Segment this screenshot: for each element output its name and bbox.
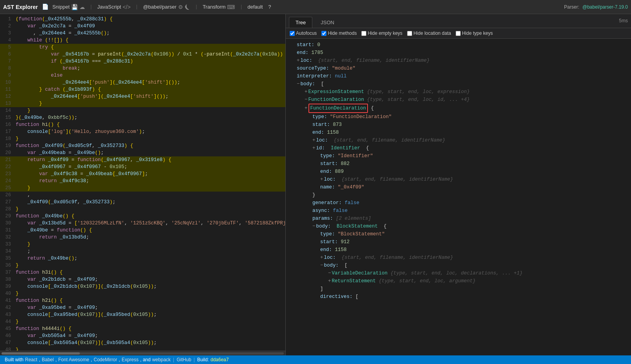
table-row: 15}(_0x49be, 0xbbf5c)); — [0, 114, 285, 121]
expand-funcdecl1-icon[interactable]: − — [305, 96, 308, 104]
list-item: start: 873 — [289, 121, 628, 129]
list-item[interactable]: + ExpressionStatement {type, start, end,… — [289, 88, 628, 96]
language-label: JavaScript — [97, 4, 121, 10]
expand-expr-icon[interactable]: + — [305, 88, 308, 96]
autofocus-label: Autofocus — [296, 30, 317, 36]
autofocus-checkbox[interactable] — [290, 31, 295, 36]
list-item[interactable]: + FunctionDeclaration { — [289, 104, 628, 113]
list-item[interactable]: − body: [ — [289, 262, 628, 269]
parser-version: @babel/parser-7.19.0 — [582, 4, 628, 10]
hide-type-checkbox[interactable] — [456, 31, 461, 36]
hide-empty-option[interactable]: Hide empty keys — [361, 30, 402, 36]
hide-location-option[interactable]: Hide location data — [407, 30, 451, 36]
ast-tree[interactable]: start: 0 end: 1785 + loc: {start, end, f… — [286, 39, 631, 355]
expand-id-loc-icon[interactable]: + — [320, 176, 323, 183]
parser-selector[interactable]: @babel/parser ⚙ ⏾ — [141, 3, 191, 11]
snippet-icon: 📄 — [42, 4, 49, 10]
table-row: 13 } — [0, 100, 285, 107]
list-item: } — [289, 191, 628, 199]
built-with-label: Built with — [5, 357, 23, 362]
footer-sep2: | — [194, 357, 195, 362]
parser-info-label: Parser: — [564, 4, 579, 10]
expand-body-icon[interactable]: − — [297, 80, 300, 88]
table-row: 4 while (!![]) { — [0, 37, 285, 44]
main-layout: 1(function(_0x42555b, _0x288c31) { 2 var… — [0, 14, 631, 355]
list-item[interactable]: − body: BlockStatement { — [289, 222, 628, 230]
sep3: | — [195, 4, 198, 10]
list-item[interactable]: − VariableDeclaration {type, start, end,… — [289, 269, 628, 277]
autofocus-option[interactable]: Autofocus — [290, 30, 317, 36]
table-row: 40} — [0, 290, 285, 297]
ast-tabs: Tree JSON 5ms — [286, 14, 631, 28]
table-row: 24 return _0x4f9c38; — [0, 178, 285, 185]
table-row: 19function _0x4f09(_0xd05c9f, _0x352733)… — [0, 142, 285, 149]
list-item: generator: false — [289, 199, 628, 207]
tab-tree[interactable]: Tree — [289, 17, 312, 28]
snippet-button[interactable]: Snippet 💾 ☁ — [51, 3, 87, 11]
transform-button[interactable]: Transform ⌨ — [201, 3, 237, 11]
hide-empty-checkbox[interactable] — [361, 31, 366, 36]
table-row: 31 _0x49be = function() { — [0, 227, 285, 234]
list-item[interactable]: params: [2 elements] — [289, 215, 628, 222]
table-row: 29function _0x49be() { — [0, 213, 285, 220]
ast-options: Autofocus Hide methods Hide empty keys H… — [286, 28, 631, 39]
hide-methods-option[interactable]: Hide methods — [321, 30, 357, 36]
default-button[interactable]: default — [246, 3, 264, 11]
language-code-icon: </> — [123, 4, 130, 10]
list-item: sourceType: "module" — [289, 65, 628, 72]
list-item[interactable]: + loc: {start, end, filename, identifier… — [289, 176, 628, 183]
table-row: 42 var _0xa95bed = _0x4f09; — [0, 304, 285, 311]
parser-gear-icon: ⚙ — [178, 4, 183, 10]
github-link[interactable]: GitHub — [177, 357, 191, 362]
codemirror-link[interactable]: CodeMirror — [94, 357, 117, 362]
code-editor[interactable]: 1(function(_0x42555b, _0x288c31) { 2 var… — [0, 14, 285, 351]
expand-bs-body-icon[interactable]: − — [320, 262, 323, 269]
list-item[interactable]: + loc: {start, end, filename, identifier… — [289, 254, 628, 262]
expand-vardecl-icon[interactable]: − — [328, 269, 331, 277]
table-row: 28} — [0, 206, 285, 213]
table-row: 21 return _0x4f09 = function(_0x4f0967, … — [0, 156, 285, 163]
webpack-link[interactable]: webpack — [152, 357, 171, 362]
ast-timing: 5ms — [619, 18, 628, 24]
hide-location-checkbox[interactable] — [407, 31, 412, 36]
table-row: 35 return _0x49be(); — [0, 255, 285, 262]
list-item[interactable]: + ReturnStatement {type, start, end, loc… — [289, 277, 628, 285]
hide-type-option[interactable]: Hide type keys — [456, 30, 493, 36]
list-item[interactable]: directives: [ — [289, 293, 628, 301]
list-item[interactable]: + id: Identifier { — [289, 144, 628, 152]
font-awesome-link[interactable]: Font Awesome — [58, 357, 89, 362]
babel-link[interactable]: Babel — [42, 357, 54, 362]
table-row: 47 console[_0xb505a4(0x107)](_0xb505a4(0… — [0, 339, 285, 346]
table-row: 10 _0x264ee4['push'](_0x264ee4['shift'](… — [0, 79, 285, 86]
footer-sep1: | — [173, 357, 174, 362]
expand-id-icon[interactable]: + — [312, 144, 316, 152]
table-row: 5 try { — [0, 44, 285, 51]
help-button[interactable]: ? — [267, 3, 272, 11]
expand-bs-loc-icon[interactable]: + — [320, 254, 323, 262]
table-row: 6 var _0x54167b = parseInt(_0x2e2c7a(0x1… — [0, 51, 285, 58]
list-item[interactable]: + loc: {start, end, filename, identifier… — [289, 136, 628, 144]
tab-json[interactable]: JSON — [314, 17, 341, 28]
react-link[interactable]: React — [25, 357, 37, 362]
table-row: 3 , _0x264ee4 = _0x42555b(); — [0, 30, 285, 37]
express-link[interactable]: Express — [122, 357, 139, 362]
expand-loc-icon[interactable]: + — [297, 57, 300, 65]
expand-funcdecl2-icon[interactable]: + — [305, 104, 308, 112]
hide-methods-checkbox[interactable] — [321, 31, 326, 36]
transform-icon: ⌨ — [227, 4, 235, 10]
build-hash-link[interactable]: dda6ea7 — [211, 357, 229, 362]
language-selector[interactable]: JavaScript </> — [96, 3, 132, 11]
table-row: 12 _0x264ee4['push'](_0x264ee4['shift'](… — [0, 93, 285, 100]
expand-ret-icon[interactable]: + — [328, 277, 331, 285]
table-row: 20 var _0x49beab = _0x49be(); — [0, 149, 285, 156]
table-row: 25 } — [0, 185, 285, 192]
expand-fd-loc-icon[interactable]: + — [312, 136, 316, 144]
expand-bs-icon[interactable]: − — [312, 222, 316, 230]
code-scrollbar[interactable] — [0, 351, 285, 355]
list-item[interactable]: − body: [ — [289, 80, 628, 88]
list-item[interactable]: + loc: {start, end, filename, identifier… — [289, 57, 628, 65]
list-item: type: "BlockStatement" — [289, 230, 628, 238]
table-row: 41function h2i() { — [0, 297, 285, 304]
list-item[interactable]: − FunctionDeclaration {type, start, end,… — [289, 96, 628, 104]
table-row: 1(function(_0x42555b, _0x288c31) { — [0, 16, 285, 23]
